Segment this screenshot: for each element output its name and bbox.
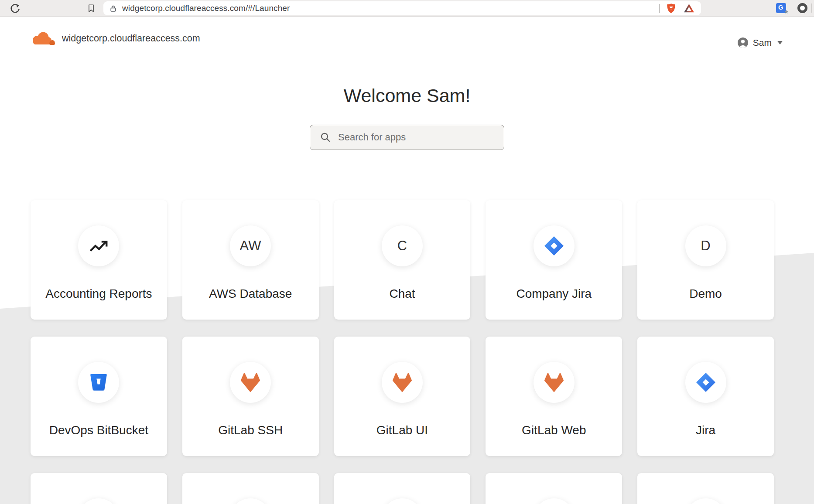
- divider: [811, 3, 812, 13]
- letter-badge: [382, 498, 423, 504]
- brave-shield-icon[interactable]: [665, 3, 677, 14]
- app-tile[interactable]: Jira: [637, 337, 774, 456]
- app-grid: Accounting ReportsAWAWS DatabaseCChat Co…: [31, 200, 774, 504]
- url-text[interactable]: widgetcorp.cloudflareaccess.com/#/Launch…: [122, 3, 654, 13]
- letter-badge: AW: [230, 225, 271, 266]
- app-tile-label: AWS Database: [209, 287, 292, 301]
- app-tile[interactable]: GitLab Web: [486, 337, 622, 456]
- lock-icon[interactable]: [109, 4, 117, 13]
- app-initials: C: [397, 238, 407, 254]
- search-input[interactable]: [338, 132, 495, 143]
- letter-badge: [78, 498, 119, 504]
- app-tile[interactable]: GitLab SSH: [182, 337, 319, 456]
- launcher-page: widgetcorp.cloudflareaccess.com Sam Welc…: [0, 17, 814, 504]
- jira-diamond-icon: [534, 225, 575, 266]
- app-tile[interactable]: [31, 473, 167, 504]
- app-tile[interactable]: CChat: [334, 200, 471, 320]
- gitlab-fox-icon: [534, 362, 575, 403]
- gitlab-fox-icon: [382, 362, 423, 403]
- translate-icon[interactable]: G ★: [776, 3, 786, 13]
- app-tile-label: Demo: [689, 287, 722, 301]
- app-tile-label: Jira: [696, 423, 715, 437]
- app-tile[interactable]: [637, 473, 774, 504]
- app-tile-label: GitLab SSH: [218, 423, 283, 437]
- jira-diamond-icon: [685, 362, 726, 403]
- letter-badge: [230, 498, 271, 504]
- welcome-title: Welcome Sam!: [0, 85, 814, 106]
- app-initials: D: [701, 238, 711, 254]
- reload-icon[interactable]: [10, 3, 20, 14]
- app-tile[interactable]: DDemo: [637, 200, 774, 320]
- divider: [659, 4, 660, 13]
- app-tile[interactable]: AWAWS Database: [182, 200, 319, 320]
- app-tile-label: Accounting Reports: [45, 287, 152, 301]
- app-tile[interactable]: Accounting Reports: [31, 200, 167, 320]
- app-tile[interactable]: [486, 473, 622, 504]
- letter-badge: [534, 498, 575, 504]
- header-domain: widgetcorp.cloudflareaccess.com: [62, 33, 200, 44]
- brand: widgetcorp.cloudflareaccess.com: [30, 31, 200, 46]
- search-icon: [320, 132, 331, 143]
- app-tile[interactable]: Company Jira: [486, 200, 622, 320]
- browser-chrome: widgetcorp.cloudflareaccess.com/#/Launch…: [0, 0, 814, 17]
- address-bar[interactable]: widgetcorp.cloudflareaccess.com/#/Launch…: [103, 1, 701, 15]
- letter-badge: C: [382, 225, 423, 266]
- app-tile[interactable]: DevOps BitBucket: [31, 337, 167, 456]
- app-tile[interactable]: [334, 473, 471, 504]
- app-tile-label: DevOps BitBucket: [49, 423, 148, 437]
- letter-badge: [685, 498, 726, 504]
- letter-badge: D: [685, 225, 726, 266]
- app-tile[interactable]: [182, 473, 319, 504]
- site-header: widgetcorp.cloudflareaccess.com Sam: [0, 17, 814, 48]
- app-tile-label: Company Jira: [516, 287, 592, 301]
- app-tile-label: GitLab Web: [522, 423, 586, 437]
- app-tile-label: Chat: [389, 287, 415, 301]
- gitlab-fox-icon: [230, 362, 271, 403]
- app-tile[interactable]: GitLab UI: [334, 337, 471, 456]
- user-menu[interactable]: Sam: [737, 37, 783, 48]
- trending-up-icon: [78, 225, 119, 266]
- bookmark-icon[interactable]: [86, 3, 96, 13]
- chevron-down-icon: [777, 41, 783, 44]
- app-tile-label: GitLab UI: [376, 423, 428, 437]
- profile-circle-icon[interactable]: [797, 3, 807, 13]
- bat-triangle-icon[interactable]: [683, 3, 695, 14]
- search-box[interactable]: [310, 125, 504, 150]
- app-initials: AW: [239, 238, 261, 254]
- cloudflare-cloud-icon: [30, 31, 56, 46]
- user-avatar-icon: [737, 37, 749, 48]
- bitbucket-bucket-icon: [78, 362, 119, 403]
- user-name: Sam: [753, 37, 772, 48]
